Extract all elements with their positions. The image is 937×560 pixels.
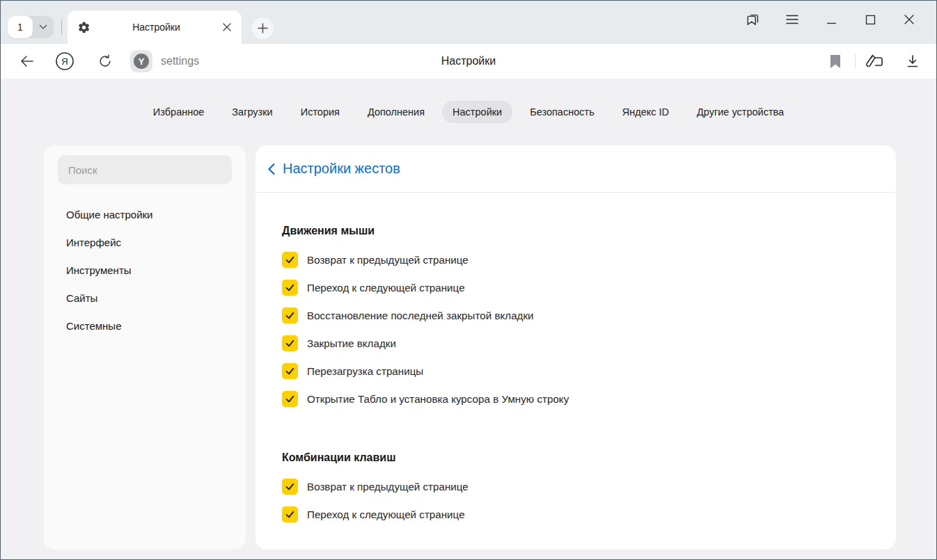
svg-text:Я: Я [61, 56, 68, 67]
nav-tab-security[interactable]: Безопасность [519, 101, 605, 123]
checkbox-row-tableau-gesture[interactable]: Открытие Табло и установка курсора в Умн… [282, 385, 868, 413]
menu-icon[interactable] [778, 6, 807, 33]
address-bar: Я Y settings Настройки [1, 44, 936, 79]
divider [61, 19, 62, 35]
toolbar-left: Я Y settings [1, 50, 199, 72]
back-header[interactable]: Настройки жестов [255, 145, 896, 193]
tab-close-icon[interactable] [222, 22, 232, 32]
nav-tab-other-devices[interactable]: Другие устройства [686, 101, 794, 123]
checkbox-checked-icon[interactable] [282, 479, 298, 495]
checkbox-row-restore-tab-gesture[interactable]: Восстановление последней закрытой вкладк… [282, 301, 868, 329]
reload-icon[interactable] [94, 50, 116, 72]
checkbox-row-forward-keys[interactable]: Переход к следующей странице [282, 500, 868, 528]
yandex-logo-icon[interactable]: Я [54, 50, 76, 72]
checkbox-label: Возврат к предыдущей странице [307, 481, 468, 493]
nav-tab-history[interactable]: История [290, 101, 350, 123]
tab-count: 1 [8, 16, 33, 38]
checkbox-row-close-tab-gesture[interactable]: Закрытие вкладки [282, 329, 868, 357]
nav-tab-addons[interactable]: Дополнения [357, 101, 435, 123]
chevron-down-icon [33, 24, 54, 30]
back-icon[interactable] [16, 50, 38, 72]
browser-window: 1 Настройки [0, 0, 937, 560]
favicon-letter: Y [134, 54, 149, 69]
maximize-icon[interactable] [856, 6, 885, 33]
window-controls [729, 6, 924, 33]
nav-tab-downloads[interactable]: Загрузки [221, 101, 283, 123]
checkbox-label: Возврат к предыдущей странице [307, 254, 468, 266]
checkbox-row-back-keys[interactable]: Возврат к предыдущей странице [282, 472, 868, 500]
nav-tab-yandex-id[interactable]: Яндекс ID [612, 101, 679, 123]
sidebar-item-system[interactable]: Системные [44, 312, 246, 340]
download-icon[interactable] [900, 49, 925, 74]
checkbox-checked-icon[interactable] [282, 252, 298, 268]
sidebar-item-interface[interactable]: Интерфейс [44, 229, 246, 257]
gestures-settings-body: Движения мыши Возврат к предыдущей стран… [255, 193, 896, 528]
tab-counter-button[interactable]: 1 [8, 16, 54, 38]
settings-nav: Избранное Загрузки История Дополнения На… [1, 101, 936, 123]
search-input[interactable] [58, 155, 232, 184]
checkbox-checked-icon[interactable] [282, 307, 298, 323]
checkbox-label: Переход к следующей странице [307, 282, 465, 294]
tab-strip: 1 Настройки [1, 1, 936, 44]
checkbox-label: Восстановление последней закрытой вкладк… [307, 310, 534, 321]
sidebar-item-general[interactable]: Общие настройки [44, 201, 246, 229]
checkbox-checked-icon[interactable] [282, 391, 298, 407]
section-heading: Движения мыши [282, 225, 868, 237]
tab-settings[interactable]: Настройки [68, 10, 242, 44]
checkbox-checked-icon[interactable] [282, 280, 298, 296]
tab-title: Настройки [90, 22, 222, 33]
sidebar-items: Общие настройки Интерфейс Инструменты Са… [44, 201, 246, 340]
sidebar-item-tools[interactable]: Инструменты [44, 257, 246, 285]
new-tab-button[interactable] [252, 17, 274, 39]
key-combinations-section: Комбинации клавиш Возврат к предыдущей с… [282, 451, 868, 528]
side-panel-bookmarks-icon[interactable] [739, 6, 768, 33]
nav-tab-settings[interactable]: Настройки [442, 101, 512, 123]
section-heading: Комбинации клавиш [282, 451, 868, 464]
checkbox-row-reload-gesture[interactable]: Перезагрузка страницы [282, 357, 868, 385]
collections-icon[interactable] [863, 49, 888, 74]
settings-page: Избранное Загрузки История Дополнения На… [1, 79, 936, 559]
divider [855, 54, 856, 69]
page-favicon: Y [130, 50, 152, 72]
checkbox-label: Закрытие вкладки [307, 337, 396, 349]
checkbox-label: Переход к следующей странице [307, 509, 465, 520]
close-icon[interactable] [895, 6, 924, 33]
nav-tab-favorites[interactable]: Избранное [143, 101, 214, 123]
sidebar-item-sites[interactable]: Сайты [44, 285, 246, 312]
minimize-icon[interactable] [817, 6, 846, 33]
settings-sidebar: Общие настройки Интерфейс Инструменты Са… [44, 145, 246, 550]
checkbox-label: Открытие Табло и установка курсора в Умн… [307, 393, 569, 405]
checkbox-checked-icon[interactable] [282, 363, 298, 379]
checkbox-label: Перезагрузка страницы [307, 365, 423, 377]
toolbar-right [823, 44, 925, 79]
checkbox-checked-icon[interactable] [282, 335, 298, 351]
page-title: Настройки жестов [283, 161, 400, 177]
checkbox-row-back-gesture[interactable]: Возврат к предыдущей странице [282, 246, 868, 273]
back-chevron-icon [267, 163, 276, 175]
gestures-settings-panel: Настройки жестов Движения мыши Возврат к… [255, 145, 896, 550]
url-text[interactable]: settings [161, 55, 199, 67]
gear-icon [77, 21, 90, 34]
mouse-gestures-section: Движения мыши Возврат к предыдущей стран… [282, 225, 868, 413]
checkbox-checked-icon[interactable] [282, 506, 298, 522]
checkbox-row-forward-gesture[interactable]: Переход к следующей странице [282, 273, 868, 301]
bookmark-icon[interactable] [823, 49, 848, 74]
